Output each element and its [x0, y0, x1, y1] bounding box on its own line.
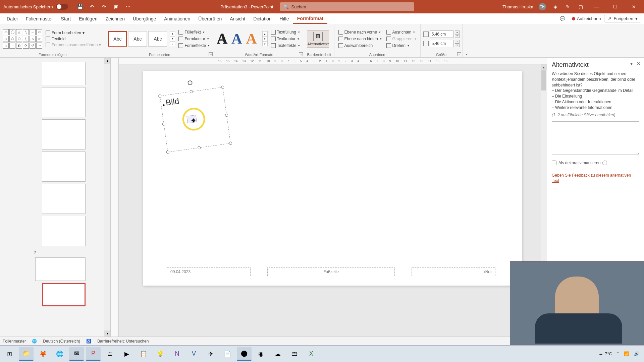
style-item-3[interactable]: Abc: [148, 31, 167, 47]
status-language[interactable]: Deutsch (Österreich): [43, 339, 80, 344]
wordart-style-1[interactable]: A: [217, 30, 227, 47]
dialog-launcher-groesse[interactable]: ↘: [457, 52, 461, 56]
handle-se[interactable]: [229, 141, 232, 145]
scroll-up-icon[interactable]: ▴: [104, 58, 110, 64]
textbox-button[interactable]: Textfeld: [44, 36, 102, 42]
status-view[interactable]: Folienmaster: [3, 339, 26, 344]
height-input[interactable]: 5,46 cm: [430, 31, 453, 38]
wordart-style-2[interactable]: A: [231, 30, 242, 47]
shape-style-gallery[interactable]: Abc Abc Abc ▴▾▿: [108, 31, 175, 47]
editor-scroll-up[interactable]: ▴: [541, 64, 547, 70]
redo-icon[interactable]: ↷: [100, 3, 108, 10]
handle-ne[interactable]: [221, 85, 224, 89]
tray-network-icon[interactable]: 📶: [624, 351, 629, 356]
diamond-icon[interactable]: ◈: [551, 3, 559, 10]
width-up[interactable]: ▴: [455, 40, 460, 44]
taskbar-excel[interactable]: X: [304, 347, 319, 361]
taskbar-app-5[interactable]: ◉: [254, 347, 268, 361]
taskbar-app-1[interactable]: 🗂: [103, 347, 117, 361]
dialog-launcher-formenarten[interactable]: ↘: [209, 52, 213, 56]
taskbar-app-2[interactable]: 📋: [136, 347, 151, 361]
tab-ansicht[interactable]: Ansicht: [226, 14, 249, 23]
rotate-button[interactable]: Drehen▾: [385, 43, 418, 49]
effects-dropdown[interactable]: Formeffekte▾: [177, 43, 211, 49]
taskbar-app-3[interactable]: 💡: [153, 347, 168, 361]
thumb-scrollbar[interactable]: ▴ ▾: [104, 58, 110, 337]
alt-feedback-link[interactable]: Geben Sie Feedback zu diesem alternative…: [552, 173, 639, 184]
comments-button[interactable]: 💬: [556, 15, 569, 22]
layout-thumb-selected[interactable]: [42, 283, 86, 306]
handle-n[interactable]: [190, 90, 193, 93]
text-outline-dropdown[interactable]: Textkontur▾: [270, 36, 302, 42]
close-button[interactable]: ✕: [627, 0, 641, 13]
undo-icon[interactable]: ↶: [88, 3, 96, 10]
handle-s[interactable]: [198, 146, 201, 149]
shape-gallery[interactable]: ▭◯△╲→▭ ◇⬠⬡{↘▱ ☆○◐⟳↺⋯: [3, 29, 42, 49]
footer-placeholder[interactable]: Fußzeile: [267, 267, 395, 276]
taskbar-outlook[interactable]: ✉: [69, 347, 84, 361]
tab-einfuegen[interactable]: Einfügen: [75, 14, 101, 23]
taskbar-onenote[interactable]: N: [170, 347, 184, 361]
handle-sw[interactable]: [166, 150, 169, 154]
taskbar-app-7[interactable]: 🗃: [287, 347, 302, 361]
taskbar-powerpoint[interactable]: P: [86, 347, 101, 361]
width-input[interactable]: 5,46 cm: [430, 40, 453, 47]
height-up[interactable]: ▴: [455, 31, 460, 34]
tab-formformat[interactable]: Formformat: [293, 14, 328, 24]
scroll-down-icon[interactable]: ▾: [104, 330, 110, 337]
tab-folienmaster[interactable]: Folienmaster: [22, 14, 57, 23]
handle-e[interactable]: [225, 114, 228, 117]
minimize-button[interactable]: —: [590, 0, 603, 13]
gallery-more[interactable]: ▿: [170, 41, 175, 46]
start-button[interactable]: ⊞: [2, 347, 17, 361]
collapse-ribbon-button[interactable]: ⌄: [463, 24, 471, 57]
canvas[interactable]: • Bild ✥ 09.: [119, 64, 547, 337]
info-icon[interactable]: i: [602, 161, 607, 165]
tray-chevron-icon[interactable]: ˄: [617, 351, 619, 356]
handle-nw[interactable]: [158, 94, 162, 98]
weather-widget[interactable]: ☁ 7°C: [598, 351, 612, 356]
handle-w[interactable]: [162, 122, 165, 126]
selection-pane-button[interactable]: Auswahlbereich: [337, 43, 383, 49]
pane-close-icon[interactable]: ✕: [637, 61, 641, 66]
decorative-checkbox[interactable]: [552, 161, 556, 165]
alt-text-button[interactable]: 🖼 Alternativtext: [307, 30, 329, 48]
wordart-gallery[interactable]: A A A ▴▾▿: [217, 30, 267, 47]
layout-thumb-6[interactable]: [42, 216, 86, 246]
tray-volume-icon[interactable]: 🔊: [634, 351, 639, 356]
status-accessibility[interactable]: Barrierefreiheit: Untersuchen: [97, 339, 149, 344]
layout-thumb-4[interactable]: [42, 152, 86, 182]
bring-forward-button[interactable]: Ebene nach vorne▾: [337, 29, 383, 35]
layout-thumb-1[interactable]: [42, 62, 86, 85]
autosave-toggle[interactable]: [56, 4, 68, 10]
style-item-2[interactable]: Abc: [128, 31, 147, 47]
page-number-placeholder[interactable]: ‹Nr.›: [412, 267, 495, 276]
taskbar-visio[interactable]: V: [186, 347, 201, 361]
send-backward-button[interactable]: Ebene nach hinten▾: [337, 36, 383, 42]
tab-datei[interactable]: Datei: [3, 14, 22, 23]
tab-hilfe[interactable]: Hilfe: [276, 14, 293, 23]
slideshow-icon[interactable]: ▣: [112, 3, 120, 10]
window-icon[interactable]: ▢: [577, 3, 584, 10]
taskbar-app-6[interactable]: ☁: [270, 347, 285, 361]
tab-zeichnen[interactable]: Zeichnen: [101, 14, 129, 23]
tab-ueberpruefen[interactable]: Überprüfen: [194, 14, 226, 23]
layout-thumb-5[interactable]: [42, 184, 86, 214]
tab-uebergaenge[interactable]: Übergänge: [129, 14, 160, 23]
slide[interactable]: • Bild ✥ 09.: [143, 71, 522, 286]
alt-text-input[interactable]: [552, 121, 639, 155]
style-item-1[interactable]: Abc: [108, 31, 127, 47]
taskbar-explorer[interactable]: 📁: [19, 347, 34, 361]
wordart-style-3[interactable]: A: [246, 30, 257, 47]
maximize-button[interactable]: ☐: [608, 0, 622, 13]
tab-start[interactable]: Start: [57, 14, 75, 23]
taskbar-obs[interactable]: ⬤: [237, 347, 252, 361]
taskbar-chrome[interactable]: 🌐: [52, 347, 67, 361]
taskbar-app-4[interactable]: 📄: [220, 347, 235, 361]
width-down[interactable]: ▾: [455, 44, 460, 47]
gallery-down[interactable]: ▾: [170, 36, 175, 41]
taskbar-vlc[interactable]: ▶: [119, 347, 134, 361]
height-down[interactable]: ▾: [455, 34, 460, 38]
taskbar-firefox[interactable]: 🦊: [36, 347, 50, 361]
editor-scroll-thumb[interactable]: [541, 70, 546, 90]
